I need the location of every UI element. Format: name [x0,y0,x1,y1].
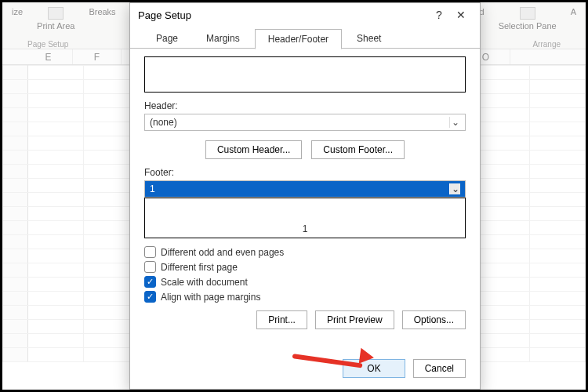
custom-header-button[interactable]: Custom Header... [205,140,302,159]
check-different-odd-even[interactable]: Different odd and even pages [144,246,466,258]
check-different-first-page[interactable]: Different first page [144,261,466,273]
tab-margins[interactable]: Margins [193,28,253,49]
checkbox-icon: ✓ [144,291,156,303]
chevron-down-icon: ⌄ [449,183,460,194]
check-scale-with-document[interactable]: ✓ Scale with document [144,276,466,288]
check-label: Scale with document [161,277,248,288]
checkbox-icon [144,261,156,273]
header-value: (none) [150,117,177,128]
print-preview-button[interactable]: Print Preview [315,310,394,329]
dialog-buttons: OK Cancel [130,350,480,389]
footer-label: Footer: [144,167,466,178]
header-label: Header: [144,100,466,111]
header-preview [144,56,466,93]
check-align-with-margins[interactable]: ✓ Align with page margins [144,291,466,303]
header-select[interactable]: (none) ⌄ [144,114,466,131]
dialog-tabs: Page Margins Header/Footer Sheet [130,27,480,49]
chevron-down-icon: ⌄ [449,117,460,128]
tab-sheet[interactable]: Sheet [343,28,394,49]
check-label: Different odd and even pages [161,247,284,258]
checkbox-icon [144,246,156,258]
dialog-titlebar[interactable]: Page Setup ? ✕ [130,3,480,27]
dialog-title: Page Setup [138,9,428,21]
custom-footer-button[interactable]: Custom Footer... [311,140,405,159]
tab-page[interactable]: Page [143,28,191,49]
footer-preview-text: 1 [303,223,308,234]
close-icon: ✕ [456,9,466,21]
options-button[interactable]: Options... [402,310,466,329]
check-label: Different first page [161,262,238,273]
ok-button[interactable]: OK [343,359,405,378]
checkbox-icon: ✓ [144,276,156,288]
footer-value: 1 [150,183,155,194]
check-label: Align with page margins [161,292,260,303]
footer-preview: 1 [144,198,466,238]
print-button[interactable]: Print... [256,310,307,329]
cancel-button[interactable]: Cancel [413,359,466,378]
help-button[interactable]: ? [428,9,450,21]
footer-select[interactable]: 1 ⌄ [144,180,466,198]
tab-body: Header: (none) ⌄ Custom Header... Custom… [130,48,480,350]
page-setup-dialog: Page Setup ? ✕ Page Margins Header/Foote… [129,2,481,390]
tab-header-footer[interactable]: Header/Footer [255,29,342,49]
close-button[interactable]: ✕ [450,9,472,21]
